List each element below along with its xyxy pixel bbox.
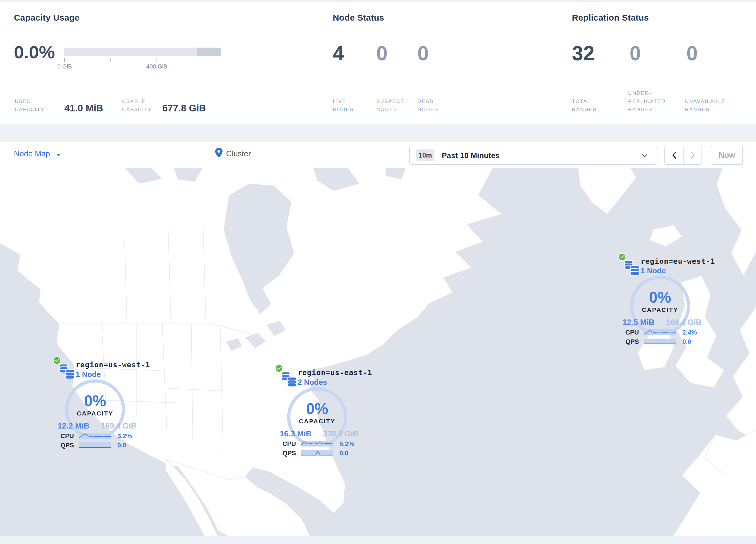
capacity-percent: 0.0% (14, 42, 55, 62)
qps-sparkline (301, 450, 333, 456)
cpu-metric-row: CPU 3.2% (54, 432, 141, 439)
healthy-check-icon (276, 365, 282, 372)
used-capacity-label: USED CAPACITY (15, 97, 45, 114)
time-prev-button[interactable] (665, 146, 683, 164)
dead-nodes-label: DEADNODES (417, 97, 438, 114)
map-toolbar: Node Map Cluster 10m Past 10 Minutes (0, 142, 756, 168)
qps-value: 0.0 (682, 338, 691, 346)
gauge-percent: 0% (629, 289, 691, 306)
db-console-cluster-overview: Capacity Usage 0.0% 0 GiB 400 GiB USED C… (0, 0, 756, 544)
database-stack-icon (624, 260, 640, 278)
cpu-value: 2.4% (682, 329, 697, 336)
node-count-link[interactable]: 1 Node (76, 370, 101, 379)
qps-value: 0.0 (117, 442, 126, 449)
view-selector-node-map[interactable]: Node Map (14, 149, 61, 158)
cpu-label: CPU (619, 329, 639, 336)
chevron-down-icon (57, 154, 61, 156)
healthy-check-icon (54, 357, 60, 364)
node-map-canvas[interactable]: region=us-west-1 1 Node 0% CAPACITY 12.2… (0, 168, 756, 536)
qps-metric-row: QPS 0.0 (54, 442, 141, 449)
cpu-sparkline (301, 441, 333, 447)
node-usable-capacity: 169.4 GiB (97, 422, 137, 431)
breadcrumb-cluster[interactable]: Cluster (226, 149, 251, 158)
qps-value: 0.0 (339, 449, 348, 457)
unavailable-label: UNAVAILABLERANGES (685, 97, 726, 114)
total-ranges-count: 32 (572, 42, 595, 65)
database-stack-icon (59, 364, 75, 381)
cpu-label: CPU (276, 440, 296, 448)
live-nodes-label: LIVENODES (333, 97, 354, 114)
database-stack-icon (281, 371, 297, 389)
axis-tick-label: 400 GiB (139, 63, 174, 70)
page-bottom-strip (0, 536, 756, 544)
total-ranges-label: TOTALRANGES (572, 97, 597, 114)
cpu-sparkline (79, 433, 111, 439)
node-used-capacity: 12.2 MiB (58, 422, 95, 431)
under-replicated-count: 0 (630, 42, 641, 65)
view-selector-label: Node Map (14, 149, 50, 158)
axis-tick (64, 58, 65, 62)
capacity-bar (64, 48, 197, 56)
gauge-capacity-label: CAPACITY (286, 418, 348, 425)
suspect-nodes-label: SUSPECTNODES (376, 97, 404, 114)
location-pin-icon (215, 148, 223, 159)
node-usable-capacity: 338.9 GiB (319, 429, 359, 438)
time-window-nav (664, 146, 702, 165)
node-count-link[interactable]: 1 Node (641, 266, 666, 276)
world-map (0, 168, 756, 536)
node-used-capacity: 12.5 MiB (623, 318, 660, 327)
qps-label: QPS (276, 449, 296, 457)
dead-nodes-count: 0 (417, 42, 429, 65)
capacity-usage-title: Capacity Usage (14, 13, 79, 23)
axis-tick (157, 58, 157, 62)
qps-sparkline (79, 442, 111, 448)
node-count-link[interactable]: 2 Nodes (298, 378, 327, 387)
time-range-badge: 10m (416, 149, 434, 161)
suspect-nodes-count: 0 (376, 42, 388, 65)
axis-tick (110, 58, 111, 62)
node-used-capacity: 16.3 MiB (280, 429, 317, 438)
replication-status-title: Replication Status (572, 13, 649, 23)
cpu-sparkline (644, 329, 676, 335)
qps-metric-row: QPS 0.0 (276, 449, 363, 456)
axis-tick (203, 58, 203, 62)
region-label: region=eu-west-1 (641, 257, 715, 265)
time-range-selector[interactable]: 10m Past 10 Minutes (409, 146, 657, 165)
node-usable-capacity: 169.4 GiB (662, 318, 702, 327)
cpu-metric-row: CPU 5.2% (276, 440, 363, 447)
gauge-percent: 0% (286, 400, 348, 418)
cpu-value: 5.2% (339, 440, 354, 448)
qps-sparkline (644, 339, 676, 345)
cpu-value: 3.2% (117, 432, 132, 440)
used-capacity-value: 41.0 MiB (64, 103, 103, 114)
healthy-check-icon (619, 253, 625, 260)
time-next-button[interactable] (684, 146, 702, 164)
usable-capacity-label: USABLE CAPACITY (122, 97, 152, 114)
chevron-down-icon (642, 154, 648, 157)
axis-tick-label: 0 GiB (47, 63, 82, 70)
section-gap-strip (0, 124, 756, 142)
cluster-summary-bar: Capacity Usage 0.0% 0 GiB 400 GiB USED C… (0, 2, 756, 124)
capacity-bar-reserved-segment (197, 48, 221, 56)
region-label: region=us-west-1 (76, 361, 150, 369)
unavailable-count: 0 (686, 42, 698, 65)
qps-label: QPS (54, 442, 74, 449)
live-nodes-count: 4 (333, 42, 344, 65)
region-label: region=us-east-1 (298, 369, 372, 377)
usable-capacity-value: 677.8 GiB (162, 103, 206, 114)
gauge-capacity-label: CAPACITY (64, 410, 126, 417)
now-button[interactable]: Now (711, 146, 743, 165)
map-node-eu-west-1[interactable]: region=eu-west-1 1 Node 0% CAPACITY 12.5… (619, 253, 706, 347)
cpu-label: CPU (54, 432, 74, 440)
qps-label: QPS (619, 338, 639, 346)
under-replicated-label: UNDER-REPLICATEDRANGES (628, 89, 666, 114)
gauge-percent: 0% (64, 392, 126, 410)
node-status-title: Node Status (333, 13, 384, 23)
cpu-metric-row: CPU 2.4% (619, 329, 706, 336)
qps-metric-row: QPS 0.0 (619, 338, 706, 345)
map-node-us-east-1[interactable]: region=us-east-1 2 Nodes 0% CAPACITY 16.… (276, 365, 363, 458)
map-node-us-west-1[interactable]: region=us-west-1 1 Node 0% CAPACITY 12.2… (54, 357, 141, 451)
gauge-capacity-label: CAPACITY (629, 307, 691, 313)
time-range-label: Past 10 Minutes (442, 151, 500, 160)
